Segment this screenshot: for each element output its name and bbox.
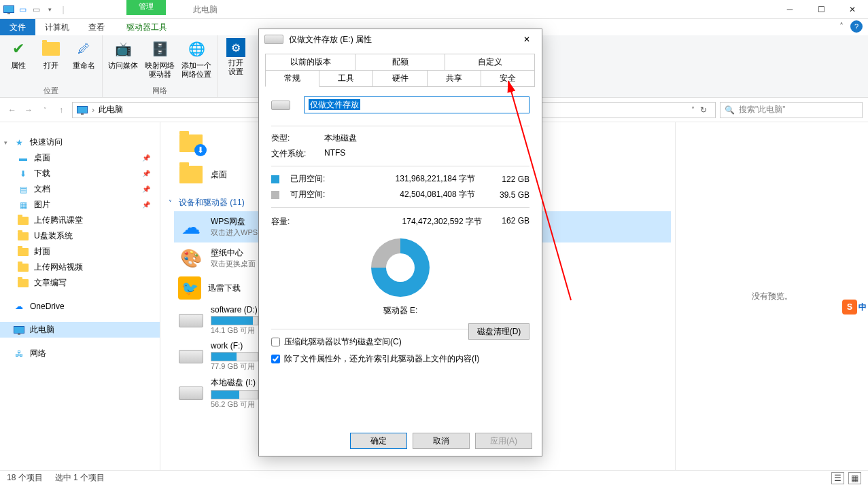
free-bytes: 42,504,081,408 字节 bbox=[351, 189, 475, 200]
rename-icon: 🖉 bbox=[73, 38, 94, 60]
disk-cleanup-button[interactable]: 磁盘清理(D) bbox=[468, 323, 530, 340]
wps-cloud-icon: ☁ bbox=[178, 214, 204, 240]
tree-folder[interactable]: 上传网站视频 bbox=[0, 259, 160, 275]
tab-hardware[interactable]: 硬件 bbox=[372, 70, 427, 87]
free-color-swatch bbox=[271, 191, 279, 199]
compress-checkbox[interactable] bbox=[271, 338, 280, 346]
add-network-location-button[interactable]: 🌐 添加一个 网络位置 bbox=[181, 38, 211, 79]
maximize-button[interactable]: ☐ bbox=[805, 0, 837, 19]
ribbon-group-system: ⚙ 打开 设置 bbox=[218, 35, 254, 97]
pc-icon bbox=[14, 325, 24, 336]
tree-network[interactable]: 🖧网络 bbox=[0, 346, 160, 361]
pc-icon bbox=[77, 106, 88, 113]
ok-button[interactable]: 确定 bbox=[350, 433, 407, 449]
back-button[interactable]: ← bbox=[5, 105, 19, 115]
download-icon: ⬇ bbox=[18, 168, 29, 179]
tab-view[interactable]: 查看 bbox=[79, 19, 114, 35]
tree-quick-access[interactable]: ▾ ★ 快速访问 bbox=[0, 134, 160, 150]
tree-folder[interactable]: 文章编写 bbox=[0, 275, 160, 291]
tree-documents[interactable]: ▤文档📌 bbox=[0, 181, 160, 197]
open-button[interactable]: 打开 bbox=[38, 38, 64, 70]
item-title: WPS网盘 bbox=[211, 216, 258, 228]
refresh-button[interactable]: ↻ bbox=[700, 105, 707, 115]
checkmark-icon: ✔ bbox=[7, 38, 29, 60]
sogou-icon: S bbox=[842, 300, 857, 315]
type-label: 类型: bbox=[271, 132, 324, 144]
caret-down-icon[interactable]: ▾ bbox=[4, 139, 7, 146]
breadcrumb-this-pc[interactable]: 此电脑 bbox=[99, 104, 123, 115]
item-subtitle: 双击进入WPS bbox=[211, 228, 258, 238]
tab-computer[interactable]: 计算机 bbox=[35, 19, 79, 35]
index-checkbox-row[interactable]: 除了文件属性外，还允许索引此驱动器上文件的内容(I) bbox=[271, 351, 530, 367]
help-icon[interactable]: ? bbox=[850, 20, 863, 33]
index-checkbox[interactable] bbox=[271, 355, 280, 363]
tab-security[interactable]: 安全 bbox=[481, 70, 535, 87]
tree-folder[interactable]: 上传腾讯课堂 bbox=[0, 213, 160, 228]
pc-icon bbox=[3, 3, 15, 16]
tree-onedrive[interactable]: ☁OneDrive bbox=[0, 299, 160, 314]
map-network-drive-button[interactable]: 🗄️ 映射网络 驱动器 bbox=[145, 38, 175, 79]
tree-downloads[interactable]: ⬇下载📌 bbox=[0, 166, 160, 181]
pin-icon: 📌 bbox=[142, 154, 150, 162]
search-box[interactable]: 🔍 搜索"此电脑" bbox=[720, 102, 863, 118]
ime-badge[interactable]: S 中 bbox=[841, 296, 868, 318]
settings-icon: ⚙ bbox=[226, 38, 245, 57]
hdd-icon bbox=[178, 380, 204, 406]
media-icon: 📺 bbox=[112, 38, 134, 60]
close-button[interactable]: ✕ bbox=[837, 0, 868, 19]
cancel-button[interactable]: 取消 bbox=[413, 433, 470, 449]
access-media-button[interactable]: 📺 访问媒体 bbox=[108, 38, 138, 79]
tab-sharing[interactable]: 共享 bbox=[427, 70, 481, 87]
drive-usage-bar bbox=[211, 390, 258, 399]
view-large-icon[interactable]: ▦ bbox=[848, 472, 861, 484]
ribbon-collapse-icon[interactable]: ˄ bbox=[839, 22, 844, 31]
qat-item-icon[interactable]: ▭ bbox=[30, 3, 42, 16]
capacity-label: 容量: bbox=[271, 216, 338, 228]
drive-usage-bar bbox=[211, 316, 258, 325]
qat-item-icon[interactable]: ▭ bbox=[16, 3, 29, 16]
open-settings-button[interactable]: ⚙ 打开 设置 bbox=[223, 38, 249, 76]
compress-label: 压缩此驱动器以节约磁盘空间(C) bbox=[284, 336, 402, 348]
item-title: 壁纸中心 bbox=[211, 247, 256, 259]
navigation-tree[interactable]: ▾ ★ 快速访问 ▬桌面📌 ⬇下载📌 ▤文档📌 ▦图片📌 上传腾讯课堂 U盘装系… bbox=[0, 122, 160, 470]
cloud-icon: ☁ bbox=[14, 301, 24, 312]
view-details-icon[interactable]: ☰ bbox=[831, 472, 844, 484]
status-selected-count: 选中 1 个项目 bbox=[55, 472, 105, 484]
apply-button[interactable]: 应用(A) bbox=[475, 433, 532, 449]
search-icon: 🔍 bbox=[725, 105, 735, 115]
up-button[interactable]: ↑ bbox=[54, 105, 68, 115]
properties-button[interactable]: ✔ 属性 bbox=[5, 38, 31, 70]
capacity-bytes: 174,472,302,592 字节 bbox=[338, 216, 482, 228]
tree-this-pc[interactable]: 此电脑 bbox=[0, 322, 160, 338]
tab-general[interactable]: 常规 bbox=[265, 70, 319, 87]
used-label: 已用空间: bbox=[290, 173, 345, 185]
tree-folder[interactable]: U盘装系统 bbox=[0, 228, 160, 244]
window-controls: ─ ☐ ✕ bbox=[774, 0, 868, 19]
recent-dropdown-icon[interactable]: ˅ bbox=[38, 107, 52, 113]
hdd-icon bbox=[178, 344, 204, 370]
tab-drive-tools[interactable]: 驱动器工具 bbox=[117, 19, 177, 35]
drive-name-input[interactable]: 仅做文件存放 bbox=[304, 96, 530, 113]
used-gb: 122 GB bbox=[482, 175, 530, 184]
tree-pictures[interactable]: ▦图片📌 bbox=[0, 197, 160, 213]
folder-open-icon bbox=[40, 38, 62, 60]
tab-file[interactable]: 文件 bbox=[0, 19, 35, 35]
tab-customize[interactable]: 自定义 bbox=[445, 54, 535, 71]
dialog-close-button[interactable]: ✕ bbox=[517, 35, 536, 44]
drive-title: work (F:) bbox=[211, 341, 258, 351]
minimize-button[interactable]: ─ bbox=[774, 0, 805, 19]
tab-previous-versions[interactable]: 以前的版本 bbox=[265, 54, 355, 71]
item-title: 迅雷下载 bbox=[208, 283, 241, 294]
ribbon-group-location: ✔ 属性 打开 🖉 重命名 位置 bbox=[0, 35, 103, 97]
qat-dropdown-icon[interactable]: ▾ bbox=[44, 3, 56, 16]
forward-button[interactable]: → bbox=[22, 105, 35, 115]
tree-desktop[interactable]: ▬桌面📌 bbox=[0, 150, 160, 166]
tab-tools[interactable]: 工具 bbox=[319, 70, 373, 87]
item-label: 桌面 bbox=[211, 169, 227, 181]
rename-button[interactable]: 🖉 重命名 bbox=[71, 38, 97, 70]
address-dropdown-icon[interactable]: ˅ bbox=[691, 106, 695, 113]
dialog-titlebar[interactable]: 仅做文件存放 (E:) 属性 ✕ bbox=[259, 29, 542, 50]
tree-folder[interactable]: 封面 bbox=[0, 244, 160, 259]
wallpaper-icon: 🎨 bbox=[178, 245, 204, 271]
tab-quota[interactable]: 配额 bbox=[355, 54, 445, 71]
